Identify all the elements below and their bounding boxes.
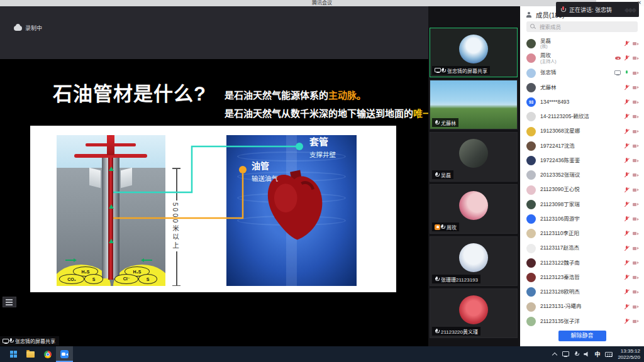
tile-name-label: 张忠铸的屏幕共享: [447, 67, 487, 74]
members-icon: [526, 12, 533, 18]
close-icon[interactable]: ✕: [637, 0, 641, 6]
member-name: 21123135张子洋: [540, 319, 624, 325]
network-icon[interactable]: [562, 351, 569, 357]
mic-off-icon: [624, 275, 630, 280]
window-title: 腾讯会议: [0, 0, 644, 6]
member-search-box[interactable]: [526, 21, 638, 32]
tile-name-tag: 张珊珊21123193: [432, 275, 480, 283]
member-name: 19722436陈銮銮: [540, 158, 624, 164]
heart-analogy-image: [226, 135, 357, 286]
member-status-icons: [624, 172, 639, 178]
member-row[interactable]: 21123123秦浩哲: [520, 270, 644, 285]
member-row[interactable]: 14-21123205-赖欣洁: [520, 109, 644, 124]
member-row[interactable]: 尤藤林: [520, 80, 644, 95]
presenter-toolbar: 录制中: [0, 6, 428, 59]
member-status-icons: [624, 114, 639, 119]
member-status-icons: [624, 275, 639, 280]
slide-intro-lines: 是石油天然气能源体系的主动脉。 是石油天然气从数千米深的地下输送到地面的唯一通道…: [225, 86, 460, 123]
video-tile[interactable]: 尤藤林: [430, 80, 518, 129]
ime-indicator[interactable]: 中: [594, 350, 600, 358]
tencent-meeting-button[interactable]: [56, 346, 73, 362]
speaker-icon[interactable]: [584, 351, 589, 357]
member-status-icons: [624, 99, 639, 105]
cam-off-icon: [633, 290, 639, 294]
flow-arrow-icon: [65, 260, 74, 261]
eye-icon: [615, 56, 621, 60]
tile-name-tag: 吴磊: [432, 170, 453, 179]
chemical-label: S: [138, 274, 157, 284]
windows-start-button[interactable]: [5, 346, 22, 362]
recording-label: 录制中: [25, 24, 42, 32]
clock-time: 13:35:12: [618, 348, 640, 354]
member-name: 20123352张瑞议: [540, 172, 624, 178]
member-status-icons: [624, 216, 639, 222]
chrome-button[interactable]: [39, 346, 56, 362]
member-row[interactable]: 21123122魏子南: [520, 256, 644, 270]
cam-off-icon: [633, 100, 639, 104]
member-row[interactable]: 21123106周游宇: [520, 212, 644, 226]
member-row[interactable]: 19123068沈星娜: [520, 124, 644, 139]
member-row[interactable]: 19722436陈銮銮: [520, 153, 644, 168]
flow-up-icon: [109, 204, 114, 209]
member-name: 21123098丁家瑞: [540, 202, 624, 208]
mic-off-icon: [624, 202, 630, 207]
slide-line-1-highlight: 主动脉。: [328, 90, 366, 101]
tile-name-label: 尤藤林: [441, 119, 456, 126]
avatar: [526, 229, 536, 238]
member-row[interactable]: 吴磊 (我): [520, 36, 644, 51]
file-explorer-button[interactable]: [22, 346, 39, 362]
mic-off-icon: [624, 143, 630, 149]
video-tile[interactable]: 周玫: [430, 184, 518, 234]
video-tile[interactable]: 张珊珊21123193: [430, 236, 518, 286]
member-row[interactable]: 21123090王心悦: [520, 183, 644, 197]
member-row[interactable]: 19722417沈浩: [520, 139, 644, 153]
chevron-up-icon[interactable]: [552, 352, 557, 357]
member-name: 21123128欧明杰: [540, 289, 624, 295]
member-row[interactable]: 张忠铸: [520, 66, 644, 80]
member-status-icons: [624, 260, 639, 266]
member-row[interactable]: 21123135张子洋: [520, 314, 644, 329]
search-input[interactable]: [538, 23, 629, 31]
member-name: 21123117赵浩杰: [540, 245, 624, 251]
mic-off-icon: [624, 129, 630, 134]
share-source-tag: 张忠铸的屏幕共享: [0, 336, 59, 346]
unmute-button[interactable]: 解除静音: [558, 331, 606, 341]
touch-keyboard-icon[interactable]: [605, 352, 613, 357]
member-name: 19722417沈浩: [540, 143, 624, 150]
file-explorer-icon: [26, 351, 35, 358]
mic-icon[interactable]: [574, 351, 579, 357]
avatar: [526, 214, 536, 224]
member-status-icons: [614, 70, 639, 76]
video-tile[interactable]: 张忠铸的屏幕共享: [430, 28, 518, 77]
member-row[interactable]: 21123128欧明杰: [520, 285, 644, 299]
participant-avatar: [459, 191, 488, 220]
member-row[interactable]: 93 134****8493: [520, 95, 644, 109]
slide-figure: H₂S CO₂ S H₂S Cl⁻ S 5000米以上: [30, 126, 396, 292]
member-row[interactable]: 20123352张瑞议: [520, 168, 644, 182]
member-row[interactable]: 周玫 (主持人): [520, 51, 644, 65]
member-name: 21123123秦浩哲: [540, 275, 624, 281]
avatar: [526, 200, 536, 209]
member-status-icons: [624, 143, 639, 149]
mic-on-icon: [624, 70, 630, 76]
tile-name-label: 周玫: [447, 224, 457, 231]
member-row[interactable]: 21123098丁家瑞: [520, 197, 644, 212]
slideshow-menu-icon[interactable]: [3, 297, 16, 307]
screen-icon: [614, 70, 621, 75]
member-row[interactable]: 21123110李正阳: [520, 226, 644, 241]
member-status-icons: [624, 319, 639, 324]
chrome-icon: [44, 351, 52, 358]
taskbar-clock[interactable]: 13:35:12 2022/5/20: [618, 348, 640, 360]
member-name: 21123106周游宇: [540, 216, 624, 222]
tile-name-label: 21123220黄义瑾: [441, 328, 478, 335]
member-row[interactable]: 21123117赵浩杰: [520, 241, 644, 256]
member-row[interactable]: 21123131-冯曦冉: [520, 300, 644, 314]
avatar: [526, 317, 536, 326]
video-tile[interactable]: 21123220黄义瑾: [430, 288, 518, 338]
mic-off-icon: [624, 289, 630, 295]
video-tile[interactable]: 吴磊: [430, 132, 518, 182]
cam-off-icon: [633, 217, 639, 221]
member-status-icons: [624, 289, 639, 295]
cam-off-icon: [633, 129, 639, 134]
window-titlebar: 腾讯会议: [0, 0, 644, 6]
